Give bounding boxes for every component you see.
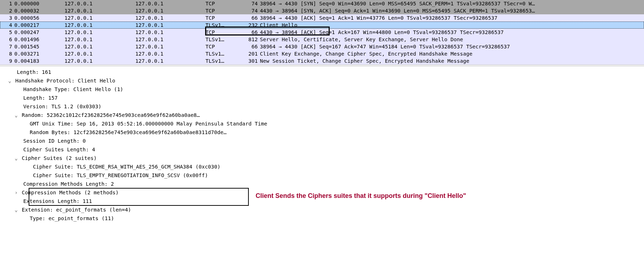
col-length: 812: [240, 36, 260, 43]
tree-row[interactable]: Random Bytes: 12cf23628256e745e903cea696…: [0, 128, 644, 137]
col-destination: 127.0.0.1: [135, 50, 205, 57]
col-time: 0.001545: [14, 43, 64, 50]
col-info: 38964 → 4430 [ACK] Seq=167 Ack=747 Win=4…: [260, 43, 644, 50]
packet-row[interactable]: 30.000056127.0.0.1127.0.0.1TCP6638964 → …: [0, 14, 644, 22]
tree-label: GMT Unix Time: Sep 16, 2013 05:52:16.000…: [30, 121, 267, 127]
col-length: 66: [240, 43, 260, 50]
col-source: 127.0.0.1: [64, 14, 135, 22]
tree-row[interactable]: Handshake Type: Client Hello (1): [0, 85, 644, 94]
col-source: 127.0.0.1: [64, 29, 135, 36]
tree-label: Type: ec_point_formats (11): [30, 215, 114, 221]
col-time: 0.000056: [14, 14, 64, 22]
col-source: 127.0.0.1: [64, 43, 135, 50]
tree-label: Session ID Length: 0: [23, 138, 86, 144]
col-time: 0.000000: [14, 0, 64, 7]
tree-row[interactable]: Session ID Length: 0: [0, 137, 644, 145]
packet-row[interactable]: 60.001496127.0.0.1127.0.0.1TLSv1…812Serv…: [0, 36, 644, 43]
tree-label: Cipher Suites (2 suites): [22, 155, 97, 161]
col-destination: 127.0.0.1: [135, 0, 205, 7]
col-destination: 127.0.0.1: [135, 22, 205, 29]
col-protocol: TLSv1…: [205, 36, 240, 43]
tree-row[interactable]: ⌄ Cipher Suites (2 suites): [0, 154, 644, 162]
packet-row[interactable]: 10.000000127.0.0.1127.0.0.1TCP7438964 → …: [0, 0, 644, 7]
col-length: 66: [240, 29, 260, 36]
tree-label: Handshake Type: Client Hello (1): [23, 86, 123, 92]
col-source: 127.0.0.1: [64, 7, 135, 14]
col-info: New Session Ticket, Change Cipher Spec, …: [260, 57, 644, 65]
tree-twisty-icon[interactable]: ⌄: [14, 154, 19, 162]
tree-label: Compression Methods (2 methods): [22, 190, 119, 195]
col-length: 74: [240, 0, 260, 7]
col-info: 38964 → 4430 [SYN] Seq=0 Win=43690 Len=0…: [260, 0, 644, 7]
col-protocol: TLSv1…: [205, 57, 240, 65]
col-number: 2: [0, 7, 14, 14]
col-destination: 127.0.0.1: [135, 57, 205, 65]
tree-row[interactable]: Cipher Suite: TLS_ECDHE_RSA_WITH_AES_256…: [0, 162, 644, 171]
tree-row[interactable]: GMT Unix Time: Sep 16, 2013 05:52:16.000…: [0, 119, 644, 128]
tree-row[interactable]: ⌄ Random: 52362c1012cf23628256e745e903ce…: [0, 111, 644, 119]
packet-row[interactable]: 90.004183127.0.0.1127.0.0.1TLSv1…301New …: [0, 57, 644, 65]
tree-row[interactable]: ⌄ Extension: ec_point_formats (len=4): [0, 205, 644, 214]
tree-twisty-icon[interactable]: ⌄: [14, 205, 19, 214]
annotation-text: Client Sends the Ciphers suites that it …: [256, 192, 466, 200]
tree-row[interactable]: Version: TLS 1.2 (0x0303): [0, 102, 644, 111]
col-protocol: TCP: [205, 43, 240, 50]
tree-label: Cipher Suite: TLS_EMPTY_RENEGOTIATION_IN…: [33, 172, 208, 178]
col-length: 201: [240, 50, 260, 57]
col-time: 0.000032: [14, 7, 64, 14]
col-info: Client Key Exchange, Change Cipher Spec,…: [260, 50, 644, 57]
packet-row[interactable]: 40.000217127.0.0.1127.0.0.1TLSv1…232Clie…: [0, 22, 644, 29]
col-source: 127.0.0.1: [64, 50, 135, 57]
tree-row[interactable]: Type: ec_point_formats (11): [0, 214, 644, 223]
tree-label: Version: TLS 1.2 (0x0303): [23, 104, 101, 109]
col-destination: 127.0.0.1: [135, 7, 205, 14]
col-number: 6: [0, 36, 14, 43]
col-length: 232: [240, 22, 260, 29]
col-length: 66: [240, 14, 260, 22]
col-time: 0.001496: [14, 36, 64, 43]
col-info: 38964 → 4430 [ACK] Seq=1 Ack=1 Win=43776…: [260, 14, 644, 22]
tree-row[interactable]: Cipher Suite: TLS_EMPTY_RENEGOTIATION_IN…: [0, 171, 644, 180]
col-time: 0.000247: [14, 29, 64, 36]
col-source: 127.0.0.1: [64, 57, 135, 65]
col-time: 0.000217: [14, 22, 64, 29]
col-source: 127.0.0.1: [64, 22, 135, 29]
col-number: 5: [0, 29, 14, 36]
packet-row[interactable]: 20.000032127.0.0.1127.0.0.1TCP744430 → 3…: [0, 7, 644, 14]
col-length: 74: [240, 7, 260, 14]
tree-row[interactable]: Length: 161: [0, 68, 644, 76]
packet-row[interactable]: 50.000247127.0.0.1127.0.0.1TCP664430 → 3…: [0, 29, 644, 36]
col-destination: 127.0.0.1: [135, 14, 205, 22]
col-time: 0.004183: [14, 57, 64, 65]
col-info: Server Hello, Certificate, Server Key Ex…: [260, 36, 644, 43]
tree-twisty-icon[interactable]: ›: [14, 188, 19, 197]
packet-row[interactable]: 80.003271127.0.0.1127.0.0.1TLSv1…201Clie…: [0, 50, 644, 57]
tree-label: Random Bytes: 12cf23628256e745e903cea696…: [30, 129, 227, 135]
tree-label: Length: 161: [17, 69, 51, 75]
tree-row[interactable]: ⌄ Handshake Protocol: Client Hello: [0, 76, 644, 85]
col-time: 0.003271: [14, 50, 64, 57]
col-destination: 127.0.0.1: [135, 29, 205, 36]
packet-row[interactable]: 70.001545127.0.0.1127.0.0.1TCP6638964 → …: [0, 43, 644, 50]
col-number: 3: [0, 14, 14, 22]
tree-label: Extension: ec_point_formats (len=4): [22, 207, 131, 213]
tree-twisty-icon[interactable]: ⌄: [7, 76, 12, 85]
col-destination: 127.0.0.1: [135, 43, 205, 50]
tree-row[interactable]: Length: 157: [0, 94, 644, 102]
packet-list[interactable]: 10.000000127.0.0.1127.0.0.1TCP7438964 → …: [0, 0, 644, 65]
tree-row[interactable]: Compression Methods Length: 2: [0, 180, 644, 188]
tree-label: Length: 157: [23, 95, 58, 101]
tree-row[interactable]: Cipher Suites Length: 4: [0, 145, 644, 154]
col-number: 8: [0, 50, 14, 57]
col-protocol: TCP: [205, 14, 240, 22]
col-number: 1: [0, 0, 14, 7]
col-protocol: TLSv1…: [205, 22, 240, 29]
col-length: 301: [240, 57, 260, 65]
col-protocol: TLSv1…: [205, 50, 240, 57]
tree-label: Cipher Suite: TLS_ECDHE_RSA_WITH_AES_256…: [33, 164, 221, 170]
col-protocol: TCP: [205, 7, 240, 14]
tree-label: Compression Methods Length: 2: [23, 181, 114, 187]
col-info: Client Hello: [260, 22, 644, 29]
tree-twisty-icon[interactable]: ⌄: [14, 111, 19, 119]
col-number: 4: [0, 22, 14, 29]
